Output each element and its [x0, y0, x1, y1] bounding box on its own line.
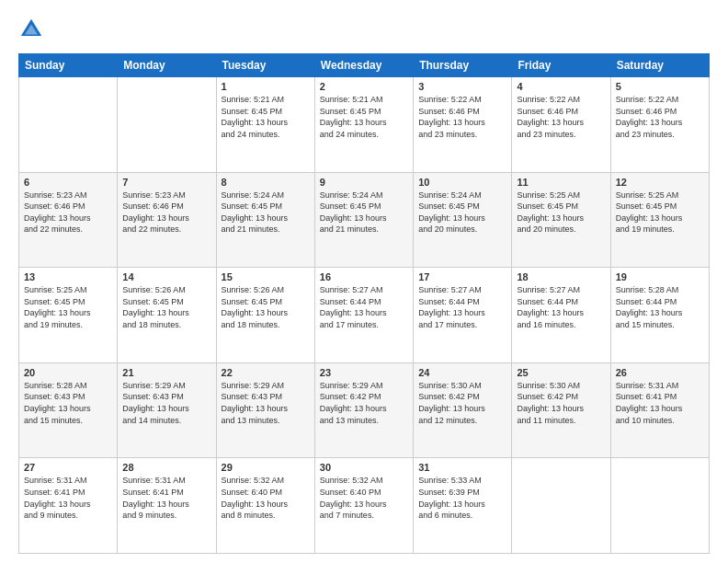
weekday-header-thursday: Thursday — [414, 54, 512, 77]
calendar-cell: 1Sunrise: 5:21 AM Sunset: 6:45 PM Daylig… — [216, 77, 314, 173]
day-number: 11 — [517, 177, 605, 188]
calendar-body: 1Sunrise: 5:21 AM Sunset: 6:45 PM Daylig… — [19, 77, 710, 554]
day-info: Sunrise: 5:25 AM Sunset: 6:45 PM Dayligh… — [24, 284, 112, 330]
calendar-cell: 17Sunrise: 5:27 AM Sunset: 6:44 PM Dayli… — [414, 268, 512, 363]
calendar-cell: 25Sunrise: 5:30 AM Sunset: 6:42 PM Dayli… — [512, 362, 610, 458]
weekday-header-sunday: Sunday — [19, 54, 118, 77]
day-number: 16 — [320, 271, 408, 282]
calendar-header: SundayMondayTuesdayWednesdayThursdayFrid… — [19, 54, 710, 77]
calendar: SundayMondayTuesdayWednesdayThursdayFrid… — [18, 53, 710, 554]
calendar-cell — [19, 77, 118, 173]
week-row-1: 1Sunrise: 5:21 AM Sunset: 6:45 PM Daylig… — [19, 77, 710, 173]
calendar-cell: 11Sunrise: 5:25 AM Sunset: 6:45 PM Dayli… — [512, 172, 610, 268]
calendar-cell: 9Sunrise: 5:24 AM Sunset: 6:45 PM Daylig… — [314, 172, 413, 268]
calendar-cell: 6Sunrise: 5:23 AM Sunset: 6:46 PM Daylig… — [19, 172, 118, 268]
day-info: Sunrise: 5:21 AM Sunset: 6:45 PM Dayligh… — [222, 94, 310, 140]
day-info: Sunrise: 5:30 AM Sunset: 6:42 PM Dayligh… — [517, 380, 605, 426]
day-info: Sunrise: 5:26 AM Sunset: 6:45 PM Dayligh… — [122, 284, 210, 330]
calendar-cell: 19Sunrise: 5:28 AM Sunset: 6:44 PM Dayli… — [610, 268, 709, 363]
calendar-cell: 24Sunrise: 5:30 AM Sunset: 6:42 PM Dayli… — [414, 362, 512, 458]
day-number: 15 — [222, 271, 310, 282]
day-info: Sunrise: 5:22 AM Sunset: 6:46 PM Dayligh… — [616, 94, 704, 140]
weekday-row: SundayMondayTuesdayWednesdayThursdayFrid… — [19, 54, 710, 77]
calendar-cell: 14Sunrise: 5:26 AM Sunset: 6:45 PM Dayli… — [118, 268, 216, 363]
calendar-cell: 16Sunrise: 5:27 AM Sunset: 6:44 PM Dayli… — [314, 268, 413, 363]
calendar-cell: 31Sunrise: 5:33 AM Sunset: 6:39 PM Dayli… — [414, 458, 512, 554]
week-row-4: 20Sunrise: 5:28 AM Sunset: 6:43 PM Dayli… — [19, 362, 710, 458]
calendar-cell: 13Sunrise: 5:25 AM Sunset: 6:45 PM Dayli… — [19, 268, 118, 363]
day-number: 6 — [24, 177, 112, 188]
calendar-cell: 10Sunrise: 5:24 AM Sunset: 6:45 PM Dayli… — [414, 172, 512, 268]
day-number: 12 — [616, 177, 704, 188]
calendar-cell: 26Sunrise: 5:31 AM Sunset: 6:41 PM Dayli… — [610, 362, 709, 458]
week-row-2: 6Sunrise: 5:23 AM Sunset: 6:46 PM Daylig… — [19, 172, 710, 268]
day-number: 19 — [616, 271, 704, 282]
calendar-cell: 29Sunrise: 5:32 AM Sunset: 6:40 PM Dayli… — [216, 458, 314, 554]
day-info: Sunrise: 5:32 AM Sunset: 6:40 PM Dayligh… — [320, 475, 408, 521]
calendar-cell: 12Sunrise: 5:25 AM Sunset: 6:45 PM Dayli… — [610, 172, 709, 268]
day-number: 24 — [418, 367, 506, 378]
day-number: 27 — [24, 462, 112, 473]
day-number: 5 — [616, 81, 704, 92]
day-info: Sunrise: 5:25 AM Sunset: 6:45 PM Dayligh… — [517, 190, 605, 236]
page: SundayMondayTuesdayWednesdayThursdayFrid… — [0, 0, 728, 563]
day-number: 30 — [320, 462, 408, 473]
day-info: Sunrise: 5:33 AM Sunset: 6:39 PM Dayligh… — [418, 475, 506, 521]
day-number: 2 — [320, 81, 408, 92]
calendar-cell: 3Sunrise: 5:22 AM Sunset: 6:46 PM Daylig… — [414, 77, 512, 173]
day-number: 21 — [122, 367, 210, 378]
logo — [18, 17, 48, 42]
day-info: Sunrise: 5:28 AM Sunset: 6:43 PM Dayligh… — [24, 380, 112, 426]
weekday-header-monday: Monday — [118, 54, 216, 77]
logo-icon — [18, 17, 44, 42]
day-number: 25 — [517, 367, 605, 378]
calendar-cell: 8Sunrise: 5:24 AM Sunset: 6:45 PM Daylig… — [216, 172, 314, 268]
day-info: Sunrise: 5:23 AM Sunset: 6:46 PM Dayligh… — [24, 190, 112, 236]
day-info: Sunrise: 5:24 AM Sunset: 6:45 PM Dayligh… — [320, 190, 408, 236]
day-info: Sunrise: 5:26 AM Sunset: 6:45 PM Dayligh… — [222, 284, 310, 330]
day-number: 4 — [517, 81, 605, 92]
calendar-cell: 7Sunrise: 5:23 AM Sunset: 6:46 PM Daylig… — [118, 172, 216, 268]
day-info: Sunrise: 5:24 AM Sunset: 6:45 PM Dayligh… — [222, 190, 310, 236]
day-info: Sunrise: 5:27 AM Sunset: 6:44 PM Dayligh… — [418, 284, 506, 330]
day-info: Sunrise: 5:31 AM Sunset: 6:41 PM Dayligh… — [24, 475, 112, 521]
day-number: 7 — [122, 177, 210, 188]
day-info: Sunrise: 5:31 AM Sunset: 6:41 PM Dayligh… — [122, 475, 210, 521]
day-info: Sunrise: 5:21 AM Sunset: 6:45 PM Dayligh… — [320, 94, 408, 140]
day-info: Sunrise: 5:24 AM Sunset: 6:45 PM Dayligh… — [418, 190, 506, 236]
day-info: Sunrise: 5:22 AM Sunset: 6:46 PM Dayligh… — [418, 94, 506, 140]
weekday-header-wednesday: Wednesday — [314, 54, 413, 77]
day-info: Sunrise: 5:27 AM Sunset: 6:44 PM Dayligh… — [517, 284, 605, 330]
calendar-cell: 22Sunrise: 5:29 AM Sunset: 6:43 PM Dayli… — [216, 362, 314, 458]
day-number: 10 — [418, 177, 506, 188]
day-number: 31 — [418, 462, 506, 473]
day-info: Sunrise: 5:29 AM Sunset: 6:43 PM Dayligh… — [222, 380, 310, 426]
day-number: 28 — [122, 462, 210, 473]
day-number: 20 — [24, 367, 112, 378]
day-info: Sunrise: 5:29 AM Sunset: 6:43 PM Dayligh… — [122, 380, 210, 426]
day-info: Sunrise: 5:30 AM Sunset: 6:42 PM Dayligh… — [418, 380, 506, 426]
calendar-cell: 23Sunrise: 5:29 AM Sunset: 6:42 PM Dayli… — [314, 362, 413, 458]
weekday-header-friday: Friday — [512, 54, 610, 77]
day-number: 18 — [517, 271, 605, 282]
day-number: 14 — [122, 271, 210, 282]
calendar-cell: 28Sunrise: 5:31 AM Sunset: 6:41 PM Dayli… — [118, 458, 216, 554]
calendar-cell: 2Sunrise: 5:21 AM Sunset: 6:45 PM Daylig… — [314, 77, 413, 173]
day-number: 17 — [418, 271, 506, 282]
week-row-3: 13Sunrise: 5:25 AM Sunset: 6:45 PM Dayli… — [19, 268, 710, 363]
calendar-cell: 4Sunrise: 5:22 AM Sunset: 6:46 PM Daylig… — [512, 77, 610, 173]
day-info: Sunrise: 5:31 AM Sunset: 6:41 PM Dayligh… — [616, 380, 704, 426]
day-number: 9 — [320, 177, 408, 188]
day-number: 22 — [222, 367, 310, 378]
calendar-cell: 30Sunrise: 5:32 AM Sunset: 6:40 PM Dayli… — [314, 458, 413, 554]
day-number: 13 — [24, 271, 112, 282]
header — [18, 17, 710, 42]
calendar-cell: 18Sunrise: 5:27 AM Sunset: 6:44 PM Dayli… — [512, 268, 610, 363]
day-number: 8 — [222, 177, 310, 188]
day-info: Sunrise: 5:27 AM Sunset: 6:44 PM Dayligh… — [320, 284, 408, 330]
day-info: Sunrise: 5:25 AM Sunset: 6:45 PM Dayligh… — [616, 190, 704, 236]
day-number: 1 — [222, 81, 310, 92]
calendar-cell: 20Sunrise: 5:28 AM Sunset: 6:43 PM Dayli… — [19, 362, 118, 458]
weekday-header-tuesday: Tuesday — [216, 54, 314, 77]
day-number: 29 — [222, 462, 310, 473]
